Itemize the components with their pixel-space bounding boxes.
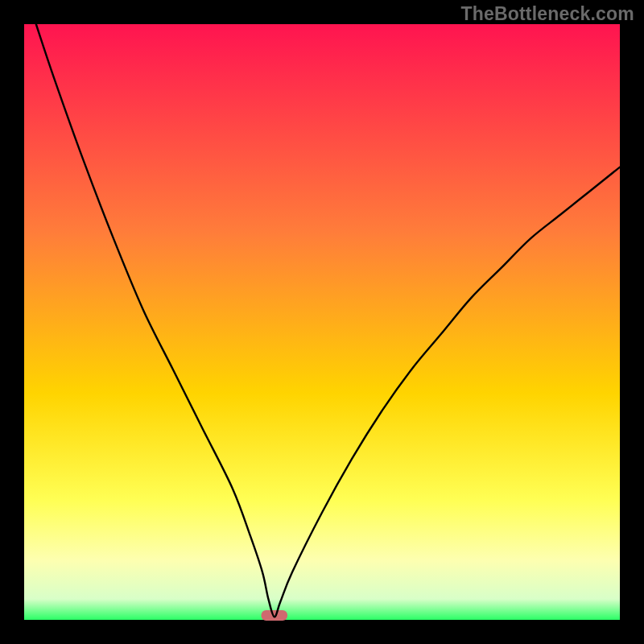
bottleneck-marker (262, 610, 288, 621)
bottleneck-chart (0, 0, 644, 644)
plot-background (24, 24, 620, 620)
watermark-text: TheBottleneck.com (460, 3, 634, 25)
